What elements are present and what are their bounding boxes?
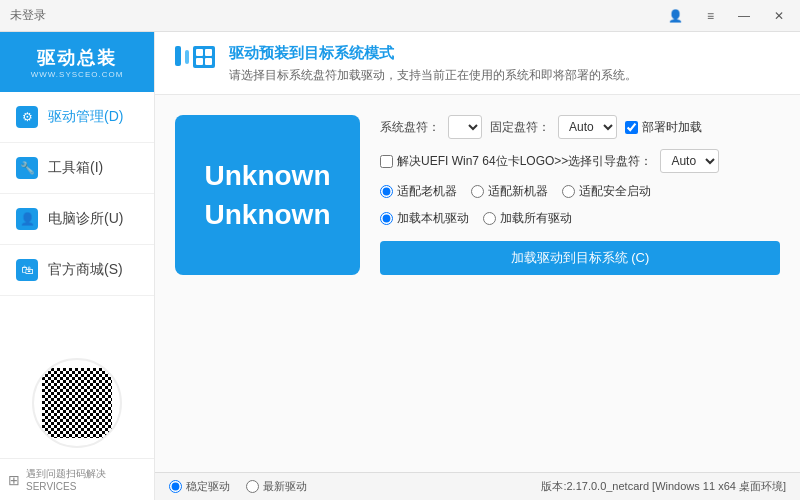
latest-driver-text: 最新驱动 [263, 479, 307, 494]
deploy-checkbox-label[interactable]: 部署时加载 [625, 119, 702, 136]
adapt-secure-radio[interactable] [562, 185, 575, 198]
sidebar-item-pc-diag[interactable]: 👤 电脑诊所(U) [0, 194, 154, 245]
pc-diag-icon: 👤 [16, 208, 38, 230]
windows-icon [193, 46, 215, 68]
menu-icon[interactable]: ≡ [701, 7, 720, 25]
system-preview-box: Unknown Unknown [175, 115, 360, 275]
load-local-label[interactable]: 加载本机驱动 [380, 210, 469, 227]
load-all-label[interactable]: 加载所有驱动 [483, 210, 572, 227]
deploy-label: 部署时加载 [642, 119, 702, 136]
uefi-label: 解决UEFI Win7 64位卡LOGO>>选择引导盘符： [397, 153, 652, 170]
scan-hint-text: 遇到问题扫码解决 [26, 467, 106, 481]
latest-driver-radio[interactable] [246, 480, 259, 493]
logo-text: 驱动总装 [31, 46, 124, 70]
adapt-new-radio[interactable] [471, 185, 484, 198]
titlebar-controls: 👤 ≡ — ✕ [662, 7, 790, 25]
content-header: 驱动预装到目标系统模式 请选择目标系统盘符加载驱动，支持当前正在使用的系统和即将… [155, 32, 800, 95]
adapt-old-text: 适配老机器 [397, 183, 457, 200]
uefi-row: 解决UEFI Win7 64位卡LOGO>>选择引导盘符： Auto [380, 149, 780, 173]
titlebar: 未登录 👤 ≡ — ✕ [0, 0, 800, 32]
settings-panel: 系统盘符： 固定盘符： Auto 部署时加载 [380, 115, 780, 452]
sidebar-item-label-driver: 驱动管理(D) [48, 108, 123, 126]
uefi-checkbox[interactable] [380, 155, 393, 168]
sidebar-item-label-store: 官方商城(S) [48, 261, 123, 279]
logo-area: 驱动总装 WWW.SYSCEO.COM [0, 32, 154, 92]
header-title: 驱动预装到目标系统模式 [229, 44, 637, 63]
unknown-label-1: Unknown [205, 156, 331, 195]
load-local-radio[interactable] [380, 212, 393, 225]
logo-sub: WWW.SYSCEO.COM [31, 70, 124, 79]
adapt-radio-group: 适配老机器 适配新机器 适配安全启动 [380, 183, 780, 200]
titlebar-status: 未登录 [10, 7, 46, 24]
qr-image [42, 368, 112, 438]
sidebar: 驱动总装 WWW.SYSCEO.COM ⚙ 驱动管理(D) 🔧 工具箱(I) 👤… [0, 32, 155, 500]
adapt-old-label[interactable]: 适配老机器 [380, 183, 457, 200]
adapt-secure-text: 适配安全启动 [579, 183, 651, 200]
header-desc: 请选择目标系统盘符加载驱动，支持当前正在使用的系统和即将部署的系统。 [229, 67, 637, 84]
services-label: SERVICES [26, 481, 106, 492]
stable-driver-radio[interactable] [169, 480, 182, 493]
scan-hint[interactable]: ⊞ 遇到问题扫码解决 SERVICES [0, 458, 154, 500]
adapt-new-label[interactable]: 适配新机器 [471, 183, 548, 200]
boot-select[interactable]: Auto [660, 149, 719, 173]
load-drivers-button[interactable]: 加载驱动到目标系统 (C) [380, 241, 780, 275]
content-area: 驱动预装到目标系统模式 请选择目标系统盘符加载驱动，支持当前正在使用的系统和即将… [155, 32, 800, 500]
user-icon[interactable]: 👤 [662, 7, 689, 25]
minimize-button[interactable]: — [732, 7, 756, 25]
version-text: 版本:2.17.0.0_netcard [Windows 11 x64 桌面环境… [541, 479, 786, 494]
latest-driver-label[interactable]: 最新驱动 [246, 479, 307, 494]
driver-mgmt-icon: ⚙ [16, 106, 38, 128]
header-icons [175, 46, 215, 68]
header-text: 驱动预装到目标系统模式 请选择目标系统盘符加载驱动，支持当前正在使用的系统和即将… [229, 44, 637, 84]
adapt-secure-label[interactable]: 适配安全启动 [562, 183, 651, 200]
sidebar-item-toolbox[interactable]: 🔧 工具箱(I) [0, 143, 154, 194]
unknown-label-2: Unknown [205, 195, 331, 234]
content-body: Unknown Unknown 系统盘符： 固定盘符： Auto [155, 95, 800, 472]
sidebar-item-label-diag: 电脑诊所(U) [48, 210, 123, 228]
close-button[interactable]: ✕ [768, 7, 790, 25]
disk-label: 系统盘符： [380, 119, 440, 136]
load-all-text: 加载所有驱动 [500, 210, 572, 227]
adapt-old-radio[interactable] [380, 185, 393, 198]
disk-row: 系统盘符： 固定盘符： Auto 部署时加载 [380, 115, 780, 139]
main-layout: 驱动总装 WWW.SYSCEO.COM ⚙ 驱动管理(D) 🔧 工具箱(I) 👤… [0, 32, 800, 500]
qr-code [32, 358, 122, 448]
store-icon: 🛍 [16, 259, 38, 281]
stable-driver-label[interactable]: 稳定驱动 [169, 479, 230, 494]
disk-select[interactable] [448, 115, 482, 139]
fixed-select[interactable]: Auto [558, 115, 617, 139]
fixed-label: 固定盘符： [490, 119, 550, 136]
load-local-text: 加载本机驱动 [397, 210, 469, 227]
sidebar-item-store[interactable]: 🛍 官方商城(S) [0, 245, 154, 296]
bar-icon-1 [175, 46, 181, 66]
stable-driver-text: 稳定驱动 [186, 479, 230, 494]
load-all-radio[interactable] [483, 212, 496, 225]
uefi-checkbox-label[interactable]: 解决UEFI Win7 64位卡LOGO>>选择引导盘符： [380, 153, 652, 170]
status-left: 稳定驱动 最新驱动 [169, 479, 307, 494]
load-radio-group: 加载本机驱动 加载所有驱动 [380, 210, 780, 227]
sidebar-item-label-toolbox: 工具箱(I) [48, 159, 103, 177]
deploy-checkbox[interactable] [625, 121, 638, 134]
adapt-new-text: 适配新机器 [488, 183, 548, 200]
status-bar: 稳定驱动 最新驱动 版本:2.17.0.0_netcard [Windows 1… [155, 472, 800, 500]
bar-icon-2 [185, 50, 189, 64]
toolbox-icon: 🔧 [16, 157, 38, 179]
sidebar-item-driver-mgmt[interactable]: ⚙ 驱动管理(D) [0, 92, 154, 143]
